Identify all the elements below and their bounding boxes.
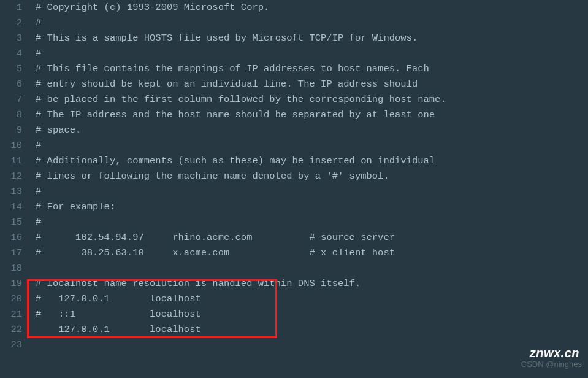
code-line[interactable]: 127.0.0.1 localhost [36, 322, 588, 338]
code-line[interactable]: # Additionally, comments (such as these)… [36, 153, 588, 169]
code-line[interactable]: # 127.0.0.1 localhost [36, 291, 588, 307]
code-line[interactable]: # entry should be kept on an individual … [36, 77, 588, 92]
code-line[interactable]: # localhost name resolution is handled w… [36, 276, 588, 291]
code-line[interactable] [36, 261, 588, 276]
code-line[interactable]: # space. [36, 123, 588, 138]
code-line[interactable]: # 102.54.94.97 rhino.acme.com # source s… [36, 230, 588, 245]
line-number: 17 [5, 245, 22, 261]
code-line[interactable]: # This is a sample HOSTS file used by Mi… [36, 31, 588, 46]
code-line[interactable]: # [36, 46, 588, 61]
line-number: 11 [5, 153, 22, 169]
code-line[interactable]: # This file contains the mappings of IP … [36, 61, 588, 77]
code-line[interactable]: # be placed in the first column followed… [36, 92, 588, 107]
line-number: 18 [5, 261, 22, 276]
line-number: 3 [5, 31, 22, 46]
code-line[interactable]: # [36, 15, 588, 31]
line-number: 23 [5, 338, 22, 353]
line-number: 21 [5, 307, 22, 322]
code-line[interactable]: # [36, 215, 588, 230]
line-number: 19 [5, 276, 22, 291]
line-number: 1 [5, 0, 22, 15]
line-number-gutter: 1 2 3 4 5 6 7 8 9 10 11 12 13 14 15 16 1… [0, 0, 29, 378]
line-number: 15 [5, 215, 22, 230]
code-line[interactable] [36, 338, 588, 353]
line-number: 12 [5, 169, 22, 184]
line-number: 14 [5, 199, 22, 215]
line-number: 8 [5, 107, 22, 123]
code-line[interactable]: # lines or following the machine name de… [36, 169, 588, 184]
code-line[interactable]: # The IP address and the host name shoul… [36, 107, 588, 123]
line-number: 2 [5, 15, 22, 31]
line-number: 4 [5, 46, 22, 61]
code-line[interactable]: # ::1 localhost [36, 307, 588, 322]
code-line[interactable]: # [36, 138, 588, 153]
watermark-author: CSDN @ninghes [521, 357, 582, 372]
code-content[interactable]: # Copyright (c) 1993-2009 Microsoft Corp… [29, 0, 588, 378]
line-number: 5 [5, 61, 22, 77]
line-number: 16 [5, 230, 22, 245]
line-number: 6 [5, 77, 22, 92]
code-editor[interactable]: 1 2 3 4 5 6 7 8 9 10 11 12 13 14 15 16 1… [0, 0, 588, 378]
code-line[interactable]: # Copyright (c) 1993-2009 Microsoft Corp… [36, 0, 588, 15]
line-number: 10 [5, 138, 22, 153]
code-line[interactable]: # For example: [36, 199, 588, 215]
code-line[interactable]: # 38.25.63.10 x.acme.com # x client host [36, 245, 588, 261]
line-number: 20 [5, 291, 22, 307]
line-number: 7 [5, 92, 22, 107]
line-number: 13 [5, 184, 22, 199]
line-number: 22 [5, 322, 22, 338]
line-number: 9 [5, 123, 22, 138]
code-line[interactable]: # [36, 184, 588, 199]
